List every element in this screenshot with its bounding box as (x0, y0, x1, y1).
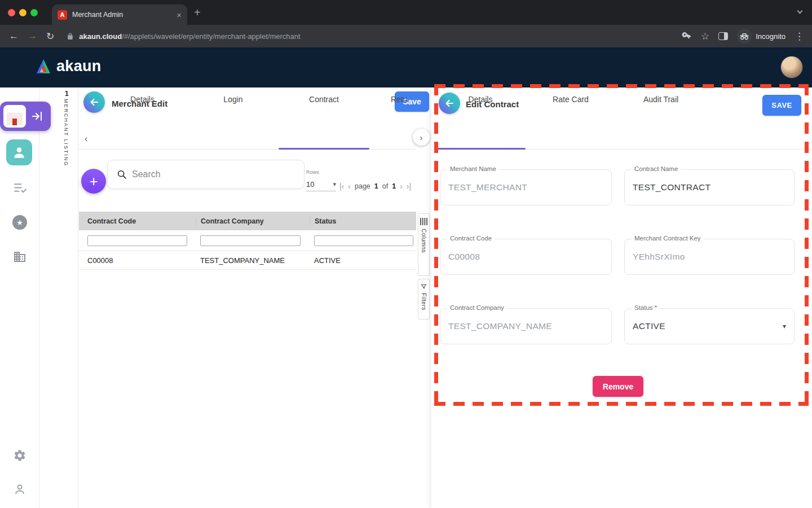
contract-code-value: C00008 (448, 239, 480, 274)
tab-title: Merchant Admin (72, 11, 171, 19)
active-tab-underline (435, 148, 526, 150)
columns-tool-button[interactable]: Columns (418, 213, 430, 276)
remove-button[interactable]: Remove (593, 376, 643, 397)
merchant-contract-key-value: YEhhSrXImo (633, 239, 685, 274)
browser-tab-strip: A Merchant Admin × + (0, 0, 812, 25)
user-avatar[interactable] (780, 56, 803, 78)
first-page-icon[interactable]: |‹ (339, 182, 344, 191)
merchant-contract-key-field: Merchant Contract Key YEhhSrXImo (624, 239, 795, 275)
contract-company-field: Contract Company TEST_COMPANY_NAME (440, 308, 612, 344)
star-circle-icon: ★ (12, 215, 27, 230)
sidebar-item-listing[interactable] (0, 181, 39, 195)
akaun-logo[interactable]: akaun (35, 58, 102, 75)
store-applet-icon (3, 105, 26, 128)
lock-icon[interactable] (67, 33, 74, 40)
tab-close-icon[interactable]: × (176, 11, 182, 19)
back-icon[interactable]: ← (9, 30, 19, 42)
filter-input-contract-code[interactable] (87, 235, 187, 246)
filters-label: Filters (421, 293, 427, 310)
annotation-border-right (805, 84, 809, 406)
breadcrumb-step-badge: 1 (65, 90, 69, 98)
list-check-icon (13, 181, 27, 195)
last-page-icon[interactable]: ›| (407, 182, 411, 191)
search-input[interactable] (132, 169, 267, 179)
table-row[interactable]: C00008 TEST_COMPANY_NAME ACTIVE (79, 251, 416, 270)
column-header-status[interactable]: Status (310, 217, 416, 225)
gear-icon (13, 449, 27, 462)
sidebar-item-merchant-applet[interactable] (0, 102, 51, 131)
sidebar-item-organization[interactable] (0, 250, 39, 264)
edit-contract-tabs (431, 126, 812, 150)
columns-label: Columns (421, 229, 427, 253)
contract-code-field: Contract Code C00008 (440, 239, 612, 275)
tab-login[interactable]: Login (188, 87, 279, 111)
akaun-logo-icon (35, 59, 52, 74)
incognito-label: Incognito (756, 32, 785, 41)
contract-save-button[interactable]: SAVE (762, 95, 801, 116)
sidebar-item-merchant-user[interactable] (6, 139, 32, 165)
tab-search-chevron-icon[interactable] (797, 8, 803, 14)
browser-tab[interactable]: A Merchant Admin × (52, 5, 187, 25)
tab-returns-truncated[interactable]: Retu (369, 87, 437, 111)
cell-contract-code: C00008 (79, 256, 196, 265)
column-header-contract-code[interactable]: Contract Code (79, 217, 196, 225)
enter-arrow-icon (32, 111, 43, 122)
table-filter-row (79, 230, 416, 251)
add-contract-button[interactable]: + (81, 169, 106, 194)
tab-favicon-icon: A (58, 10, 67, 20)
screen: A Merchant Admin × + ← → ↻ akaun.cloud/#… (0, 0, 812, 508)
prev-page-icon[interactable]: ‹ (348, 182, 351, 191)
url-domain: akaun.cloud (79, 32, 122, 41)
annotation-border-left (434, 84, 438, 406)
sidebar-item-settings[interactable] (0, 449, 39, 462)
filter-input-contract-company[interactable] (200, 235, 301, 246)
incognito-badge: Incognito (737, 29, 785, 43)
contract-name-field[interactable]: Contract Name TEST_CONTRACT (624, 169, 795, 205)
browser-menu-icon[interactable]: ⋮ (795, 30, 804, 42)
next-page-icon[interactable]: › (400, 182, 403, 191)
bookmark-star-icon[interactable]: ☆ (701, 30, 709, 42)
sidebar-item-profile[interactable] (0, 483, 39, 496)
merchant-edit-tabs (79, 126, 416, 150)
search-icon (117, 169, 127, 179)
url-path: /#/applets/wavelet/erp/entity/merchant-a… (122, 32, 301, 41)
tab-contract[interactable]: Contract (279, 87, 369, 111)
tab-details[interactable]: Details (97, 87, 188, 111)
merchant-name-field: Merchant Name TEST_MERCHANT (440, 169, 612, 205)
window-minimize-button[interactable] (19, 9, 27, 16)
rows-value: 10 (306, 180, 314, 189)
window-close-button[interactable] (8, 9, 15, 16)
url-text[interactable]: akaun.cloud/#/applets/wavelet/erp/entity… (79, 32, 300, 41)
rows-label: Rows (306, 169, 319, 175)
edit-contract-panel: Edit Contract SAVE Details Rate Card Aud… (431, 87, 812, 508)
app-sidebar: ★ (0, 87, 39, 508)
column-header-contract-company[interactable]: Contract Company (196, 217, 310, 225)
contract-name-value[interactable]: TEST_CONTRACT (633, 170, 710, 205)
side-panel-icon[interactable] (718, 32, 728, 40)
tab-contract-details[interactable]: Details (435, 87, 526, 111)
browser-address-bar: ← → ↻ akaun.cloud/#/applets/wavelet/erp/… (0, 25, 812, 47)
person-icon (12, 145, 27, 160)
tab-rate-card[interactable]: Rate Card (526, 87, 616, 111)
status-field[interactable]: Status * ACTIVE ▾ (624, 308, 795, 344)
table-header-row: Contract Code Contract Company Status (79, 212, 416, 230)
tabs-scroll-left-icon[interactable]: ‹ (85, 134, 87, 144)
sidebar-item-favourites[interactable]: ★ (0, 215, 39, 230)
status-dropdown-caret-icon[interactable]: ▾ (783, 322, 786, 330)
cell-status: ACTIVE (310, 256, 416, 265)
passwords-key-icon[interactable] (682, 30, 692, 42)
rows-per-page-select[interactable]: 10 ▾ (306, 178, 336, 191)
building-icon (13, 250, 27, 264)
tab-audit-trail[interactable]: Audit Trail (616, 87, 706, 111)
filters-tool-button[interactable]: Filters (418, 279, 430, 319)
tabs-scroll-right-button[interactable]: › (413, 129, 430, 146)
new-tab-button[interactable]: + (194, 6, 201, 19)
annotation-border-top (434, 84, 809, 88)
annotation-border-bottom (434, 402, 809, 406)
reload-icon[interactable]: ↻ (46, 30, 54, 42)
chevron-right-icon: › (420, 133, 423, 142)
rows-caret-icon: ▾ (333, 181, 336, 188)
forward-icon[interactable]: → (28, 30, 37, 42)
window-zoom-button[interactable] (30, 9, 38, 16)
filter-input-status[interactable] (314, 235, 413, 246)
